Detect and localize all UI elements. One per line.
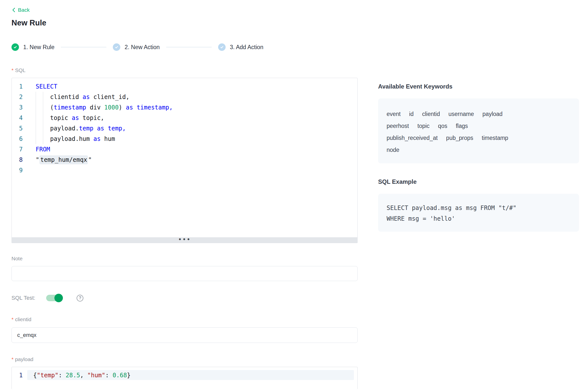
sql-keyword-token: FROM: [36, 146, 50, 153]
line-number: 8: [12, 155, 23, 165]
payload-editor-body[interactable]: 1{"temp": 28.5, "hum": 0.68}: [11, 367, 358, 389]
code-token: ): [119, 104, 126, 111]
indent-guide: [43, 92, 43, 102]
event-keyword[interactable]: publish_received_at: [387, 135, 438, 141]
keyword-row: peerhosttopicqosflags: [387, 120, 571, 132]
payload-editor[interactable]: 1{"temp": 28.5, "hum": 0.68}: [11, 367, 358, 389]
code-content: "temp_hum/emqx": [36, 155, 92, 165]
editor-resize-handle[interactable]: •••: [11, 238, 358, 243]
code-token: {: [33, 372, 37, 379]
required-marker: *: [11, 67, 13, 73]
sql-editor[interactable]: 1SELECT2 clientid as client_id,3 (timest…: [11, 78, 358, 243]
keyword-row: publish_received_atpub_propstimestamp: [387, 132, 571, 144]
step-3[interactable]: 3. Add Action: [218, 43, 263, 51]
line-number: 1: [12, 370, 23, 381]
editor-line: 9: [12, 165, 357, 176]
event-keyword[interactable]: clientid: [422, 111, 440, 117]
event-keyword[interactable]: qos: [438, 123, 447, 129]
sql-test-row: SQL Test: ?: [11, 293, 358, 302]
indent-guide: [36, 134, 36, 144]
keywords-panel: eventidclientidusernamepayloadpeerhostto…: [378, 98, 579, 163]
keyword-row: eventidclientidusernamepayload: [387, 108, 571, 120]
line-number: 7: [12, 144, 23, 155]
code-token: topic: [36, 114, 72, 121]
number-token: 1000: [104, 104, 119, 111]
string-token: "hum": [87, 372, 105, 379]
event-keyword[interactable]: node: [387, 147, 399, 153]
sql-test-label: SQL Test:: [11, 295, 35, 301]
code-content: payload.hum as hum: [36, 134, 115, 144]
sql-keyword-token: SELECT: [36, 83, 57, 90]
step-check-icon: [11, 43, 19, 51]
sql-keyword-token: as timestamp,: [126, 104, 173, 111]
editor-line: 3 (timestamp div 1000) as timestamp,: [12, 102, 357, 113]
code-token: payload.hum: [36, 135, 93, 142]
event-keyword[interactable]: pub_props: [446, 135, 473, 141]
code-token: payload.: [36, 125, 79, 132]
string-token: "temp": [37, 372, 58, 379]
code-content: clientid as client_id,: [36, 92, 130, 102]
step-check-icon: [218, 43, 226, 51]
indent-guide: [43, 134, 43, 144]
note-input[interactable]: [11, 266, 358, 281]
highlighted-token: temp_hum/emqx: [39, 155, 88, 164]
editor-line: 4 topic as topic,: [12, 113, 357, 123]
indent-guide: [36, 92, 36, 102]
editor-line: 6 payload.hum as hum: [12, 134, 357, 144]
step-check-icon: [113, 43, 120, 51]
event-keyword[interactable]: event: [387, 111, 401, 117]
indent-guide: [43, 123, 43, 134]
sql-field-label: * SQL: [11, 67, 358, 73]
chevron-left-icon: [11, 7, 16, 13]
code-content: SELECT: [36, 81, 57, 92]
new-rule-page: Back New Rule 1. New Rule2. New Action3.…: [0, 0, 588, 389]
line-number: 9: [12, 165, 23, 176]
event-keyword[interactable]: payload: [482, 111, 503, 117]
line-number: 5: [12, 123, 23, 134]
sql-example-line: WHERE msg = 'hello': [387, 213, 571, 224]
editor-line: 2 clientid as client_id,: [12, 92, 357, 102]
sql-example-heading: SQL Example: [378, 178, 579, 185]
stepper: 1. New Rule2. New Action3. Add Action: [11, 43, 358, 51]
step-2[interactable]: 2. New Action: [113, 43, 160, 51]
event-keyword[interactable]: flags: [456, 123, 468, 129]
step-label: 1. New Rule: [23, 44, 54, 51]
step-1[interactable]: 1. New Rule: [11, 43, 54, 51]
code-content: payload.temp as temp,: [36, 123, 126, 134]
line-number: 3: [12, 102, 23, 113]
step-divider: [61, 47, 106, 47]
step-divider: [166, 47, 212, 47]
event-keyword[interactable]: username: [448, 111, 474, 117]
back-link[interactable]: Back: [11, 7, 30, 13]
clientid-input[interactable]: [11, 327, 358, 343]
code-token: (: [36, 104, 54, 111]
event-keyword[interactable]: peerhost: [387, 123, 409, 129]
sql-editor-body[interactable]: 1SELECT2 clientid as client_id,3 (timest…: [11, 78, 358, 238]
sql-test-toggle[interactable]: [46, 295, 62, 301]
event-keyword[interactable]: timestamp: [482, 135, 508, 141]
sql-keyword-token: as: [72, 114, 79, 121]
code-token: div: [86, 104, 104, 111]
keywords-heading: Available Event Keywords: [378, 83, 579, 90]
code-token: :: [105, 372, 113, 379]
indent-guide: [36, 113, 36, 123]
sql-keyword-token: timestamp: [54, 104, 86, 111]
editor-line: 1{"temp": 28.5, "hum": 0.68}: [12, 370, 357, 381]
indent-guide: [36, 123, 36, 134]
event-keyword[interactable]: topic: [418, 123, 430, 129]
help-icon[interactable]: ?: [77, 295, 83, 301]
step-label: 3. Add Action: [230, 44, 263, 51]
main-column: Back New Rule 1. New Rule2. New Action3.…: [11, 0, 358, 389]
line-number: 6: [12, 134, 23, 144]
code-token: client_id,: [90, 94, 130, 100]
event-keyword[interactable]: id: [409, 111, 414, 117]
back-label: Back: [18, 7, 30, 13]
editor-line: 8"temp_hum/emqx": [12, 155, 357, 165]
code-token: topic,: [79, 114, 104, 121]
code-token: ": [88, 156, 92, 163]
line-number: 2: [12, 92, 23, 102]
keyword-row: node: [387, 144, 571, 156]
side-column: Available Event Keywords eventidclientid…: [378, 0, 579, 232]
line-number: 4: [12, 113, 23, 123]
editor-line: 7FROM: [12, 144, 357, 155]
